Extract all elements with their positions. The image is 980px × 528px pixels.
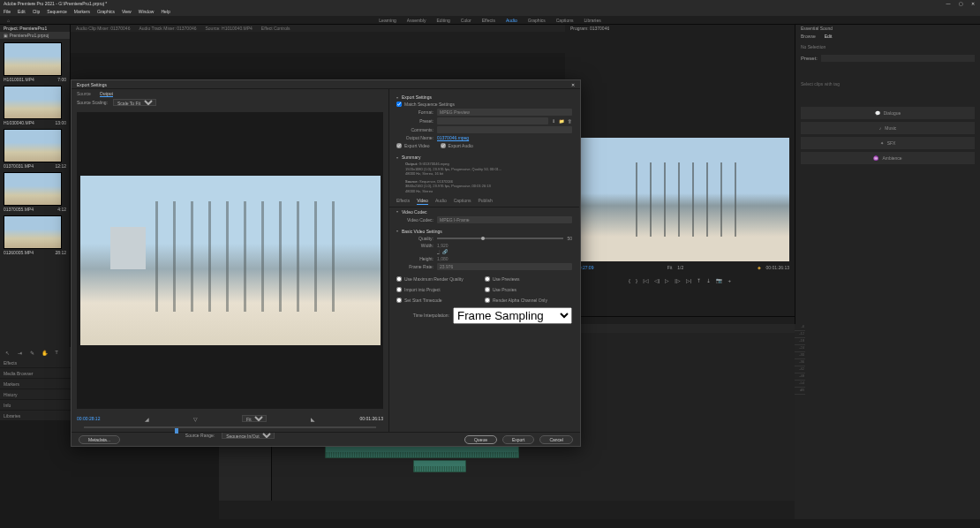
clip-item[interactable]: 01370031.MP412:12 (4, 129, 66, 169)
panel-effects[interactable]: Effects (0, 358, 71, 368)
use-proxies-checkbox[interactable] (485, 287, 490, 292)
match-sequence-checkbox[interactable] (396, 102, 402, 107)
ripple-tool-icon[interactable]: ⇥ (16, 349, 23, 356)
set-timecode-checkbox[interactable] (396, 298, 402, 303)
tab-source[interactable]: Source (77, 91, 91, 96)
ws-editing[interactable]: Editing (436, 18, 449, 23)
export-zoom-dropdown[interactable]: Fit (242, 415, 267, 422)
basic-video-hdr[interactable]: Basic Video Settings (396, 229, 572, 234)
menu-help[interactable]: Help (161, 9, 170, 14)
panel-markers[interactable]: Markers (0, 379, 71, 389)
preset-dropdown[interactable] (437, 117, 548, 124)
menu-view[interactable]: View (122, 9, 132, 14)
panel-history[interactable]: History (0, 389, 71, 400)
project-tab[interactable]: Project: PremierePro1 (0, 25, 70, 32)
program-tab[interactable]: Program: 01370046 (565, 25, 795, 32)
playhead-icon[interactable]: ▽ (193, 416, 198, 422)
summary-hdr[interactable]: Summary (396, 155, 572, 160)
dialog-close-icon[interactable]: ✕ (571, 82, 575, 87)
menu-window[interactable]: Window (139, 9, 155, 14)
ws-graphics[interactable]: Graphics (528, 18, 546, 23)
panel-libraries[interactable]: Libraries (0, 411, 71, 421)
play-icon[interactable]: ▷ (665, 277, 669, 283)
metadata-button[interactable]: Metadata... (79, 435, 120, 444)
tab-browse[interactable]: Browse (801, 34, 816, 39)
subtab-video[interactable]: Video (417, 198, 428, 205)
program-fit[interactable]: Fit (667, 265, 673, 270)
tab-audio-track-mixer[interactable]: Audio Track Mixer: 01370046 (139, 26, 196, 31)
dialog-titlebar[interactable]: Export Settings ✕ (72, 80, 580, 89)
project-bin-tab[interactable]: ▣ PremierePro1.prproj (0, 32, 70, 39)
step-back-icon[interactable]: ◁| (654, 277, 660, 283)
quality-slider[interactable] (437, 238, 563, 239)
selection-tool-icon[interactable]: ↖ (4, 349, 11, 356)
close-icon[interactable]: ✕ (969, 1, 976, 6)
program-half[interactable]: 1/2 (677, 265, 683, 270)
export-frame-icon[interactable]: 📷 (716, 277, 722, 283)
alpha-channel-checkbox[interactable] (485, 298, 490, 303)
subtab-captions[interactable]: Captions (454, 198, 471, 205)
step-fwd-icon[interactable]: |▷ (675, 277, 681, 283)
export-preview[interactable] (77, 112, 383, 409)
ws-color[interactable]: Color (461, 18, 471, 23)
subtab-audio[interactable]: Audio (435, 198, 447, 205)
clip-item[interactable]: 01370055.MP44:12 (4, 172, 66, 212)
use-previews-checkbox[interactable] (485, 276, 490, 282)
height-input[interactable]: 1,080 (437, 256, 449, 261)
ws-captions[interactable]: Captions (556, 18, 574, 23)
ws-libraries[interactable]: Libraries (584, 18, 600, 23)
subtab-effects[interactable]: Effects (396, 198, 410, 205)
minimize-icon[interactable]: — (945, 1, 952, 6)
format-dropdown[interactable]: MPEG Preview (437, 109, 572, 116)
ws-assembly[interactable]: Assembly (407, 18, 426, 23)
video-codec-dropdown[interactable]: MPEG I-Frame (437, 216, 572, 223)
menu-file[interactable]: File (4, 9, 11, 14)
tag-music-button[interactable]: ♪Music (801, 122, 975, 134)
time-interp-dropdown[interactable]: Frame Sampling (453, 307, 572, 324)
tag-dialogue-button[interactable]: 💬Dialogue (801, 107, 975, 119)
ws-learning[interactable]: Learning (379, 18, 396, 23)
tab-edit[interactable]: Edit (825, 34, 833, 39)
clip-item[interactable]: H1030040.MP413:00 (4, 86, 66, 125)
export-scrubber[interactable] (84, 426, 376, 428)
preset-dropdown[interactable] (821, 55, 975, 62)
tab-effect-controls[interactable]: Effect Controls (261, 26, 290, 31)
type-tool-icon[interactable]: T (53, 349, 60, 356)
queue-button[interactable]: Queue (464, 435, 497, 444)
tab-audio-clip-mixer[interactable]: Audio Clip Mixer: 01370046 (76, 26, 130, 31)
out-marker-icon[interactable]: ◣ (311, 416, 315, 422)
mark-out-icon[interactable]: } (636, 278, 637, 283)
menu-markers[interactable]: Markers (74, 9, 90, 14)
width-input[interactable]: 1,920 (437, 243, 449, 248)
panel-media-browser[interactable]: Media Browser (0, 368, 71, 379)
video-codec-hdr[interactable]: Video Codec (396, 209, 572, 215)
lift-icon[interactable]: ⤒ (697, 277, 701, 283)
menu-sequence[interactable]: Sequence (47, 9, 67, 14)
export-in-tc[interactable]: 00:00:28:12 (77, 416, 100, 421)
menu-edit[interactable]: Edit (18, 9, 26, 14)
hand-tool-icon[interactable]: ✋ (41, 349, 48, 356)
pen-tool-icon[interactable]: ✎ (28, 349, 35, 356)
tag-sfx-button[interactable]: ✦SFX (801, 137, 975, 149)
panel-info[interactable]: Info (0, 400, 71, 411)
add-icon[interactable]: + (727, 278, 731, 283)
go-in-icon[interactable]: |◁ (643, 277, 649, 283)
output-name-link[interactable]: 01370046.mpeg (437, 135, 469, 140)
program-preview[interactable] (570, 138, 789, 261)
timeline-clip-audio[interactable] (413, 460, 466, 472)
mark-in-icon[interactable]: { (629, 278, 630, 283)
export-settings-hdr[interactable]: Export Settings (396, 94, 572, 100)
comments-input[interactable] (437, 126, 572, 133)
import-preset-icon[interactable]: 📁 (559, 118, 564, 124)
timeline-clip-audio[interactable] (325, 446, 519, 458)
export-button[interactable]: Export (502, 435, 534, 444)
ws-audio[interactable]: Audio (506, 18, 517, 23)
menu-clip[interactable]: Clip (33, 9, 41, 14)
tab-source-monitor[interactable]: Source: H1010040.MP4 (205, 26, 252, 31)
subtab-publish[interactable]: Publish (478, 198, 492, 205)
delete-preset-icon[interactable]: 🗑 (568, 118, 572, 124)
go-out-icon[interactable]: ▷| (686, 277, 692, 283)
save-preset-icon[interactable]: ⬇ (552, 118, 555, 124)
tab-output[interactable]: Output (100, 91, 113, 97)
link-dimensions-icon[interactable]: ⏌ 🔗 (437, 249, 448, 254)
